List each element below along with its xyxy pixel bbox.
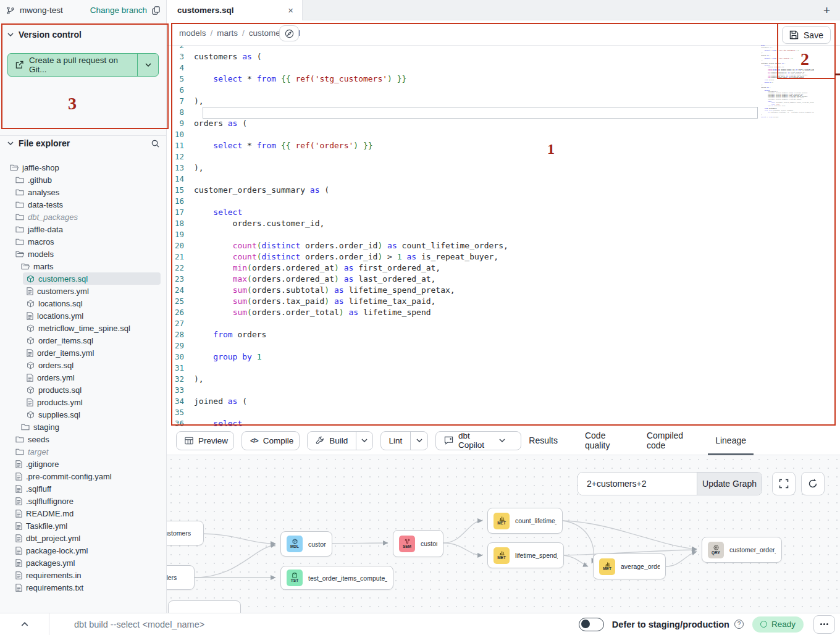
new-tab-button[interactable]: + [823, 0, 830, 20]
code-line-16[interactable]: 16 [167, 196, 840, 207]
code-line-23[interactable]: 23 max(orders.ordered_at) as last_ordere… [167, 274, 840, 285]
fullscreen-icon[interactable] [772, 472, 796, 495]
code-line-11[interactable]: 11 select * from {{ ref('orders') }} [167, 140, 840, 151]
breadcrumb-part[interactable]: models [179, 28, 206, 38]
split-caret[interactable] [356, 432, 372, 450]
tree-item-dbt-project-yml[interactable]: dbt_project.yml [0, 532, 167, 544]
tree-item-requirements-txt[interactable]: requirements.txt [0, 581, 167, 594]
pr-dropdown-caret[interactable] [137, 54, 158, 76]
breadcrumb-part[interactable]: marts [217, 28, 238, 38]
code-line-13[interactable]: 13), [167, 162, 840, 174]
code-line-21[interactable]: 21 count(distinct orders.order_id) > 1 a… [167, 251, 840, 263]
update-graph-button[interactable]: Update Graph [697, 473, 762, 495]
refresh-icon[interactable] [801, 472, 825, 495]
code-line-25[interactable]: 25 sum(orders.tax_paid) as lifetime_tax_… [167, 296, 840, 307]
lineage-node-customers-semantic[interactable]: SEMcustomers [393, 530, 443, 557]
compile-button[interactable]: </>Compile [242, 431, 300, 450]
change-branch-link[interactable]: Change branch [90, 6, 147, 15]
tab-results[interactable]: Results [529, 426, 558, 455]
tree-item-locations-sql[interactable]: locations.sql [0, 297, 167, 309]
code-line-24[interactable]: 24 sum(orders.subtotal) as lifetime_spen… [167, 285, 840, 296]
lineage-node-test-order-items[interactable]: TSTtest_order_items_compute_to_bools... [280, 566, 393, 590]
tree-item-macros[interactable]: macros [0, 235, 167, 248]
tree-item-supplies-sql[interactable]: supplies.sql [0, 408, 167, 421]
tree-item-data-tests[interactable]: data-tests [0, 198, 167, 211]
tree-item-products-sql[interactable]: products.sql [0, 384, 167, 396]
more-options-button[interactable] [813, 615, 835, 634]
lineage-selector-input[interactable] [578, 473, 697, 495]
tab-customers-sql[interactable]: customers.sql × [167, 0, 303, 20]
code-line-35[interactable]: 35 [167, 407, 840, 418]
tree-item--github[interactable]: .github [0, 174, 167, 186]
tree-item-customers-yml[interactable]: customers.yml [0, 285, 167, 297]
code-line-5[interactable]: 5 select * from {{ ref('stg_customers') … [167, 74, 840, 85]
lineage-node-count_lifetime_orders[interactable]: METcount_lifetime_orders [487, 508, 563, 534]
tree-item-orders-yml[interactable]: orders.yml [0, 371, 167, 384]
code-line-34[interactable]: 34joined as ( [167, 396, 840, 407]
code-line-31[interactable]: 31 [167, 363, 840, 374]
tree-item-staging[interactable]: staging [0, 421, 167, 433]
lineage-node-stg_customers[interactable]: stg_customers [167, 521, 204, 545]
code-line-32[interactable]: 32), [167, 374, 840, 385]
tree-item--pre-commit-config-yaml[interactable]: .pre-commit-config.yaml [0, 470, 167, 482]
tree-item--sqlfluffignore[interactable]: .sqlfluffignore [0, 495, 167, 507]
tree-item-dbt-packages[interactable]: dbt_packages [0, 211, 167, 223]
code-line-19[interactable]: 19 [167, 229, 840, 240]
tree-item-target[interactable]: target [0, 445, 167, 458]
code-line-15[interactable]: 15customer_orders_summary as ( [167, 185, 840, 196]
code-editor[interactable]: 23customers as (45 select * from {{ ref(… [167, 46, 840, 426]
code-line-22[interactable]: 22 min(orders.ordered_at) as first_order… [167, 263, 840, 274]
code-line-10[interactable]: 10 [167, 129, 840, 140]
tree-item-orders-sql[interactable]: orders.sql [0, 359, 167, 371]
help-icon[interactable]: ? [734, 620, 744, 629]
tree-item-requirements-in[interactable]: requirements.in [0, 569, 167, 581]
tree-item--gitignore[interactable]: .gitignore [0, 458, 167, 470]
code-line-8[interactable]: 8 [167, 107, 840, 118]
tab-compiled-code[interactable]: Compiled code [647, 426, 688, 455]
code-line-6[interactable]: 6 [167, 85, 840, 96]
code-line-20[interactable]: 20 count(distinct orders.order_id) as co… [167, 240, 840, 251]
code-line-28[interactable]: 28 from orders [167, 329, 840, 340]
lineage-node-customer_order_metrics[interactable]: QRYcustomer_order_metrics [702, 537, 782, 563]
lineage-node-orders[interactable]: orders [167, 565, 195, 590]
tree-item-Taskfile-yml[interactable]: Taskfile.yml [0, 519, 167, 532]
editor-minimap[interactable]: withcustomers as ( select * from {{ ref(… [761, 44, 814, 119]
defer-toggle[interactable] [579, 618, 604, 631]
tree-item-products-yml[interactable]: products.yml [0, 396, 167, 408]
split-caret[interactable] [410, 432, 427, 450]
docs-compass-icon[interactable] [279, 25, 299, 41]
code-line-33[interactable]: 33 [167, 385, 840, 396]
file-explorer-header[interactable]: File explorer [7, 138, 160, 148]
code-line-12[interactable]: 12 [167, 151, 840, 162]
search-icon[interactable] [151, 139, 160, 148]
version-control-header[interactable]: Version control [7, 30, 159, 40]
create-pr-button[interactable]: Create a pull request on Git... [7, 53, 159, 77]
code-line-4[interactable]: 4 [167, 62, 840, 74]
tree-item-README-md[interactable]: README.md [0, 507, 167, 519]
tree-item-models[interactable]: models [0, 248, 167, 260]
tree-item-package-lock-yml[interactable]: package-lock.yml [0, 544, 167, 557]
tree-item-jaffle-shop[interactable]: jaffle-shop [0, 161, 167, 174]
tree-item-analyses[interactable]: analyses [0, 186, 167, 198]
build-button[interactable]: Build [307, 431, 372, 450]
lineage-node-customers-model[interactable]: MDLcustomers [280, 531, 332, 557]
code-line-18[interactable]: 18 orders.customer_id, [167, 218, 840, 229]
code-line-3[interactable]: 3customers as ( [167, 51, 840, 62]
tree-item-metricflow-time-spine-sql[interactable]: metricflow_time_spine.sql [0, 322, 167, 334]
tree-item-packages-yml[interactable]: packages.yml [0, 557, 167, 569]
chevron-up-icon[interactable] [0, 613, 49, 635]
tree-item-seeds[interactable]: seeds [0, 433, 167, 445]
code-line-7[interactable]: 7), [167, 96, 840, 107]
tree-item--sqlfluff[interactable]: .sqlfluff [0, 482, 167, 495]
code-line-17[interactable]: 17 select [167, 207, 840, 218]
tree-item-order-items-yml[interactable]: order_items.yml [0, 347, 167, 359]
tree-item-customers-sql[interactable]: customers.sql [0, 272, 167, 285]
tree-item-marts[interactable]: marts [0, 260, 167, 272]
tab-close-icon[interactable]: × [288, 6, 293, 15]
tree-item-order-items-sql[interactable]: order_items.sql [0, 334, 167, 347]
code-line-14[interactable]: 14 [167, 174, 840, 185]
save-button[interactable]: Save [782, 26, 831, 44]
copy-branch-icon[interactable] [152, 6, 160, 15]
lineage-node-lifetime_spend_pretax[interactable]: METlifetime_spend_pretax [487, 542, 564, 568]
code-line-36[interactable]: 36 select [167, 418, 840, 426]
